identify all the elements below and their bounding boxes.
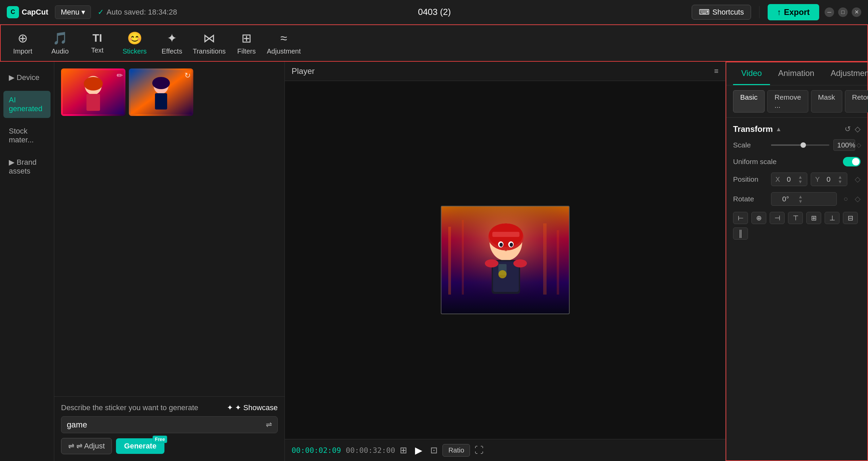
ratio-label: Ratio: [448, 446, 464, 454]
toolbar-stickers[interactable]: 😊 Stickers: [116, 26, 153, 60]
rotate-value[interactable]: 0°: [775, 195, 796, 203]
tab-animation[interactable]: Animation: [770, 62, 823, 85]
scale-slider[interactable]: [771, 144, 829, 146]
menu-button-label: Menu: [61, 8, 79, 17]
sticker-label-row: Describe the sticker you want to generat…: [61, 403, 278, 412]
align-distribute-h-icon[interactable]: ⊟: [843, 212, 858, 224]
toolbar-transitions[interactable]: ⋈ Transitions: [191, 26, 228, 60]
pos-x-value[interactable]: 0: [782, 175, 795, 183]
tab-animation-label: Animation: [778, 68, 814, 78]
svg-point-7: [152, 77, 170, 89]
toolbar-row: ⊕ Import 🎵 Audio TI Text 😊 Stickers ✦ Ef…: [0, 24, 868, 62]
media-thumb-1[interactable]: ✏: [61, 68, 125, 116]
align-top-icon[interactable]: ⊤: [788, 212, 803, 224]
import-icon: ⊕: [18, 31, 28, 45]
fullscreen-icon[interactable]: ⛶: [475, 445, 484, 456]
section-icons: ↺ ◇: [845, 125, 861, 134]
app-name: CapCut: [22, 8, 48, 17]
align-row: ⊢ ⊕ ⊣ ⊤ ⊞ ⊥ ⊟ ║: [733, 212, 861, 240]
transform-title: Transform ▲: [733, 124, 782, 134]
player-controls: 00:00:02:09 00:00:32:00 ⊞ ▶ ⊡ Ratio ⛶: [285, 439, 725, 461]
pos-y-down[interactable]: ▼: [837, 180, 843, 184]
pos-y-label: Y: [815, 176, 820, 183]
minimize-button[interactable]: ─: [825, 7, 834, 17]
adjust-button[interactable]: ⇌ ⇌ Adjust: [61, 438, 112, 454]
filters-icon: ⊞: [241, 31, 252, 45]
shuffle-icon[interactable]: ⇌: [266, 420, 272, 429]
tab-adjustment[interactable]: Adjustment: [823, 62, 868, 85]
left-panel-brand[interactable]: ▶ Brand assets: [3, 153, 51, 180]
toolbar-effects-label: Effects: [162, 47, 182, 55]
toolbar-transitions-label: Transitions: [193, 47, 225, 55]
toolbar-adjustment[interactable]: ≈ Adjustment: [265, 26, 302, 60]
device-label: ▶ Device: [9, 73, 39, 82]
scale-diamond-icon[interactable]: ◇: [856, 141, 861, 149]
rotate-up[interactable]: ▲: [798, 195, 803, 199]
stock-label: Stock mater...: [9, 127, 45, 144]
shortcuts-button[interactable]: ⌨ Shortcuts: [692, 5, 751, 20]
diamond-icon[interactable]: ◇: [855, 125, 861, 134]
align-bottom-icon[interactable]: ⊥: [825, 212, 840, 224]
toolbar-stickers-label: Stickers: [122, 47, 146, 55]
sticker-search-input[interactable]: [67, 420, 266, 429]
menu-chevron-icon: ▾: [81, 8, 85, 17]
align-center-h-icon[interactable]: ⊕: [751, 212, 766, 224]
ratio-button[interactable]: Ratio: [442, 444, 470, 457]
align-center-v-icon[interactable]: ⊞: [806, 212, 821, 224]
pos-x-up[interactable]: ▲: [797, 175, 803, 179]
pos-x-down[interactable]: ▼: [797, 180, 803, 184]
subtab-remove[interactable]: Remove ...: [767, 90, 808, 113]
align-left-icon[interactable]: ⊢: [733, 212, 748, 224]
tab-video[interactable]: Video: [733, 62, 770, 85]
left-panel-ai[interactable]: AI generated: [3, 91, 51, 118]
player-menu-icon[interactable]: ≡: [714, 67, 718, 76]
project-title: 0403 (2): [184, 7, 685, 17]
rotate-field: 0° ▲ ▼: [771, 192, 837, 206]
maximize-button[interactable]: □: [838, 7, 848, 17]
adjust-icon: ⇌: [68, 442, 74, 450]
subtab-mask[interactable]: Mask: [811, 90, 842, 113]
thumb-1-icon: ✏: [117, 71, 123, 80]
shortcuts-label: Shortcuts: [712, 8, 744, 17]
uniform-scale-toggle[interactable]: [843, 157, 861, 166]
toolbar-filters[interactable]: ⊞ Filters: [228, 26, 265, 60]
describe-label: Describe the sticker you want to generat…: [61, 403, 198, 412]
svg-rect-12: [543, 223, 547, 295]
scale-value-container: 100% ◇: [833, 139, 861, 151]
subtab-retouch[interactable]: Retouch: [845, 90, 868, 113]
rotate-down[interactable]: ▼: [798, 199, 803, 203]
left-panel-stock[interactable]: Stock mater...: [3, 122, 51, 149]
play-button[interactable]: ▶: [412, 443, 426, 457]
align-right-icon[interactable]: ⊣: [770, 212, 785, 224]
menu-button[interactable]: Menu ▾: [55, 5, 91, 19]
toolbar-audio[interactable]: 🎵 Audio: [41, 26, 79, 60]
svg-point-21: [510, 243, 513, 247]
showcase-button[interactable]: ✦ ✦ Showcase: [227, 403, 278, 412]
toolbar-import[interactable]: ⊕ Import: [4, 26, 41, 60]
media-thumb-2[interactable]: ↻: [129, 68, 193, 116]
left-panel-device[interactable]: ▶ Device: [3, 68, 51, 87]
close-button[interactable]: ✕: [852, 7, 861, 17]
toolbar-text[interactable]: TI Text: [79, 26, 116, 60]
generate-button[interactable]: Generate Free: [116, 438, 164, 454]
showcase-label: ✦ Showcase: [235, 403, 278, 412]
export-button[interactable]: ↑ Export: [768, 4, 819, 20]
svg-rect-11: [462, 220, 464, 295]
adjustment-icon: ≈: [280, 31, 287, 45]
position-diamond-icon[interactable]: ◇: [855, 175, 861, 184]
transform-expand-icon[interactable]: ▲: [775, 126, 782, 133]
toolbar-effects[interactable]: ✦ Effects: [153, 26, 191, 60]
scale-value[interactable]: 100%: [833, 139, 855, 151]
player-title: Player: [292, 66, 315, 76]
subtab-retouch-label: Retouch: [852, 93, 868, 101]
align-distribute-v-icon[interactable]: ║: [733, 227, 748, 240]
subtab-basic[interactable]: Basic: [733, 90, 765, 113]
rotate-circle-icon[interactable]: ○: [844, 195, 848, 203]
rotate-diamond-icon[interactable]: ◇: [855, 195, 861, 203]
fit-screen-icon[interactable]: ⊡: [430, 445, 438, 456]
grid-view-icon[interactable]: ⊞: [400, 445, 407, 456]
undo-icon[interactable]: ↺: [845, 125, 851, 134]
pos-y-value[interactable]: 0: [822, 175, 835, 183]
pos-y-up[interactable]: ▲: [837, 175, 843, 179]
sticker-generate-area: Describe the sticker you want to generat…: [54, 396, 284, 461]
